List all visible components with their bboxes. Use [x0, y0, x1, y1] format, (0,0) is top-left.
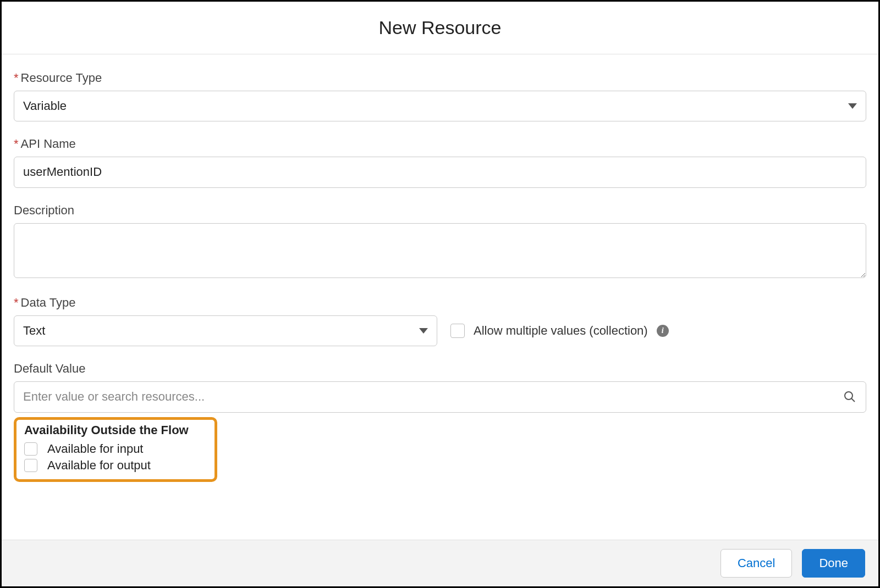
data-type-row: Text Allow multiple values (collection) …: [14, 315, 866, 346]
dialog-header: New Resource: [2, 2, 878, 54]
dialog-title: New Resource: [2, 17, 878, 38]
available-for-input-label: Available for input: [47, 442, 144, 456]
available-for-input-checkbox[interactable]: [24, 442, 37, 456]
svg-line-1: [851, 398, 855, 402]
svg-point-0: [845, 392, 853, 400]
data-type-label: Data Type: [14, 296, 866, 310]
allow-multiple-label: Allow multiple values (collection): [474, 324, 648, 338]
description-label: Description: [14, 203, 866, 218]
default-value-wrap: [14, 381, 866, 412]
search-icon: [843, 390, 856, 403]
default-value-input[interactable]: [14, 381, 866, 412]
allow-multiple-option[interactable]: Allow multiple values (collection) i: [450, 324, 669, 338]
availability-title: Availability Outside the Flow: [24, 423, 207, 437]
dialog-body: Resource Type Variable API Name Descript…: [2, 54, 878, 540]
availability-section: Availability Outside the Flow Available …: [14, 417, 217, 482]
api-name-field: API Name: [14, 137, 866, 187]
resource-type-select[interactable]: Variable: [14, 91, 866, 121]
caret-down-icon: [848, 103, 857, 109]
default-value-label: Default Value: [14, 362, 866, 376]
resource-type-value: Variable: [23, 99, 67, 113]
done-button[interactable]: Done: [802, 549, 865, 578]
available-for-output-checkbox[interactable]: [24, 459, 37, 472]
data-type-value: Text: [23, 324, 45, 338]
caret-down-icon: [419, 328, 428, 334]
data-type-select[interactable]: Text: [14, 315, 437, 346]
allow-multiple-checkbox[interactable]: [450, 324, 465, 338]
resource-type-label: Resource Type: [14, 71, 866, 85]
data-type-field: Data Type Text Allow multiple values (co…: [14, 296, 866, 346]
description-textarea[interactable]: [14, 223, 866, 278]
api-name-input[interactable]: [14, 157, 866, 187]
cancel-button[interactable]: Cancel: [721, 549, 792, 578]
description-field: Description: [14, 203, 866, 280]
available-for-input-option[interactable]: Available for input: [24, 442, 207, 456]
info-icon[interactable]: i: [657, 325, 669, 337]
default-value-field: Default Value: [14, 362, 866, 412]
dialog-footer: Cancel Done: [2, 540, 878, 586]
api-name-label: API Name: [14, 137, 866, 151]
available-for-output-label: Available for output: [47, 458, 151, 473]
available-for-output-option[interactable]: Available for output: [24, 458, 207, 473]
new-resource-dialog: New Resource Resource Type Variable API …: [0, 0, 880, 588]
resource-type-field: Resource Type Variable: [14, 71, 866, 121]
